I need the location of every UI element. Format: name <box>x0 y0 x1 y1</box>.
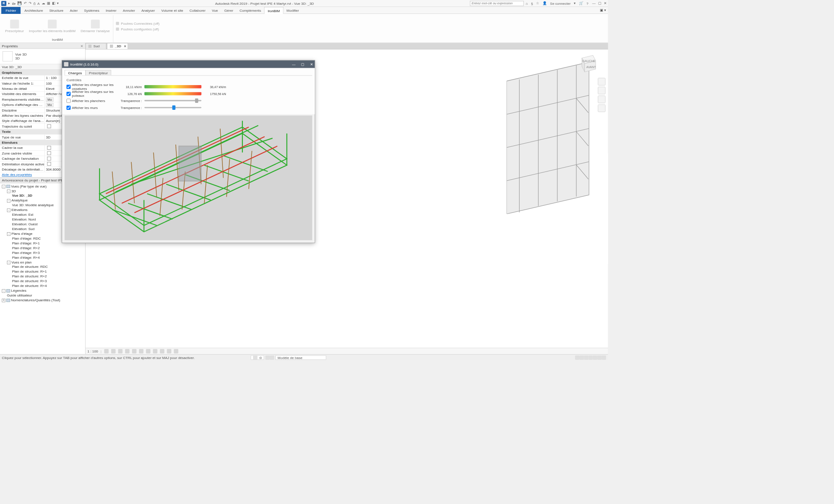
selection-count[interactable]: :0 <box>251 355 264 359</box>
vc-icon[interactable] <box>174 349 178 353</box>
sub-icon[interactable]: § <box>531 1 533 5</box>
dialog-minimize-icon[interactable]: — <box>292 62 295 66</box>
tab-inserer[interactable]: Insérer <box>103 7 120 14</box>
ribbon-small-list: Poutres Connectées (off) Poutres configu… <box>116 15 160 37</box>
poteaux-min: 126,76 kN <box>120 92 142 96</box>
tab-structure[interactable]: Structure <box>46 7 66 14</box>
status-icon[interactable] <box>593 355 597 359</box>
vc-icon[interactable] <box>153 349 157 353</box>
view-tab-3d[interactable]: _3D✕ <box>107 43 128 49</box>
viewcube[interactable]: GAUCHE AVANT <box>576 53 599 75</box>
chk-poteaux[interactable]: Afficher les charges sur les poteaux <box>66 90 117 97</box>
model-selector[interactable]: Modèle de base <box>275 355 326 359</box>
undo-icon[interactable]: ↶ <box>24 1 27 5</box>
tab-vue[interactable]: Vue <box>209 7 222 14</box>
tab-collaborer[interactable]: Collaborer <box>186 7 209 14</box>
dialog-3d-preview[interactable] <box>65 115 312 240</box>
keyboard-icon[interactable]: ⌂ <box>526 1 528 5</box>
tab-complements[interactable]: Compléments <box>236 7 264 14</box>
zoom-icon[interactable] <box>598 96 605 103</box>
dialog-maximize-icon[interactable]: ▢ <box>301 62 304 66</box>
scale-label[interactable]: 1 : 100 <box>87 349 98 353</box>
expand-icon[interactable]: - <box>2 185 5 188</box>
poutres-configurees[interactable]: Poutres configurées (off) <box>116 27 160 31</box>
tab-systemes[interactable]: Systèmes <box>81 7 103 14</box>
tab-architecture[interactable]: Architecture <box>21 7 46 14</box>
status-icon[interactable] <box>602 355 606 359</box>
dropdown-icon[interactable]: ▾ <box>574 1 576 5</box>
qat-icon[interactable]: ◧ <box>52 1 55 5</box>
svg-line-42 <box>204 165 207 203</box>
dialog-tabs: Charges Prescripteur <box>65 70 312 76</box>
close-tab-icon[interactable]: ✕ <box>124 44 126 48</box>
planchers-slider[interactable] <box>144 100 201 101</box>
vc-icon[interactable] <box>139 349 143 353</box>
window-controls: — ▢ ✕ <box>592 1 607 5</box>
start-analyse-button[interactable]: Démarrer l'analyse <box>79 19 111 34</box>
save-icon[interactable]: 💾 <box>17 1 22 5</box>
redo-icon[interactable]: ↷ <box>29 1 32 5</box>
tab-gerer[interactable]: Gérer <box>221 7 236 14</box>
vc-icon[interactable] <box>104 349 108 353</box>
vc-icon[interactable] <box>118 349 122 353</box>
dialog-close-icon[interactable]: ✕ <box>310 62 313 66</box>
vc-icon[interactable] <box>125 349 129 353</box>
murs-slider[interactable] <box>144 107 201 108</box>
tab-ironbim[interactable]: IronBIM <box>264 7 283 14</box>
status-icon[interactable] <box>270 355 274 359</box>
user-icon[interactable]: 👤 <box>543 1 547 5</box>
quick-access-toolbar[interactable]: ▸ 🗁 💾 ↶ ↷ ⎙ A ☁ ▦ ◧ ▾ <box>8 1 59 5</box>
status-icon[interactable] <box>584 355 588 359</box>
status-icon[interactable] <box>597 355 602 359</box>
status-icon[interactable] <box>588 355 592 359</box>
vc-icon[interactable] <box>167 349 171 353</box>
tab-acier[interactable]: Acier <box>66 7 81 14</box>
view-tab-sud[interactable]: Sud <box>86 43 106 49</box>
prescripteur-button[interactable]: Prescripteur <box>4 19 25 34</box>
open-icon[interactable]: 🗁 <box>12 1 16 5</box>
tab-analyser[interactable]: Analyser <box>138 7 158 14</box>
chk-ossatures[interactable]: Afficher les charges sur les ossatures <box>66 83 117 90</box>
qat-icon[interactable]: ▦ <box>47 1 50 5</box>
poutres-connectees[interactable]: Poutres Connectées (off) <box>116 22 160 26</box>
status-icon[interactable] <box>579 355 584 359</box>
help-icon[interactable]: ? <box>586 1 588 5</box>
properties-title: Propriétés✕ <box>0 43 85 49</box>
dialog-titlebar[interactable]: IronBIM (1.0.16.0) — ▢ ✕ <box>62 60 315 68</box>
tab-modifier[interactable]: Modifier <box>283 7 302 14</box>
sync-icon[interactable]: ☁ <box>42 1 45 5</box>
import-ironbim-button[interactable]: Importer les éléments IronBIM <box>28 19 77 34</box>
tab-prescripteur[interactable]: Prescripteur <box>86 70 111 75</box>
chk-murs[interactable]: Afficher les murs <box>66 105 117 109</box>
tab-volume[interactable]: Volume et site <box>158 7 186 14</box>
chk-planchers[interactable]: Afficher les planchers <box>66 99 117 102</box>
ossatures-max: 36,47 kN/m <box>204 85 226 89</box>
steering-wheel-icon[interactable] <box>598 78 605 85</box>
tree-item-active[interactable]: Vue 3D: _3D <box>12 194 33 198</box>
status-icon[interactable] <box>575 355 579 359</box>
search-input[interactable] <box>470 1 524 6</box>
minimize-icon[interactable]: — <box>592 1 596 5</box>
close-icon[interactable]: ✕ <box>604 1 607 5</box>
vc-icon[interactable] <box>160 349 164 353</box>
maximize-icon[interactable]: ▢ <box>598 1 601 5</box>
tab-charges[interactable]: Charges <box>65 70 86 75</box>
print-icon[interactable]: ⎙ <box>33 1 36 5</box>
status-icon[interactable] <box>265 355 270 359</box>
close-panel-icon[interactable]: ✕ <box>80 43 83 48</box>
tab-file[interactable]: Fichier <box>1 7 20 14</box>
ribbon-collapse-icon[interactable]: ▣ ▾ <box>600 8 606 12</box>
star-icon[interactable]: ☆ <box>536 1 539 5</box>
row-planchers: Afficher les planchers Transparence : <box>66 97 310 104</box>
pan-icon[interactable] <box>598 87 605 94</box>
vc-icon[interactable] <box>132 349 136 353</box>
vc-icon[interactable] <box>146 349 150 353</box>
measure-icon[interactable]: A <box>37 1 40 5</box>
vc-icon[interactable] <box>111 349 116 353</box>
tab-annoter[interactable]: Annoter <box>120 7 139 14</box>
orbit-icon[interactable] <box>598 105 605 112</box>
svg-text:AVANT: AVANT <box>586 66 596 69</box>
signin-link[interactable]: Se connecter <box>550 1 570 5</box>
cart-icon[interactable]: 🛒 <box>579 1 583 5</box>
open-icon[interactable]: ▸ <box>8 1 10 5</box>
